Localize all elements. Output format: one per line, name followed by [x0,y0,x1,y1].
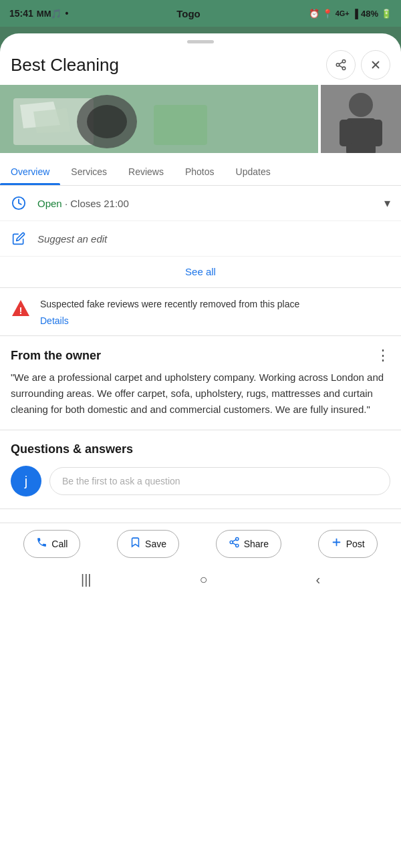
android-nav-bar: ||| ○ ‹ [0,565,401,594]
status-right: ⏰ 📍 4G+ ▐ 48% 🔋 [309,9,392,19]
svg-rect-17 [340,120,352,146]
see-all-row[interactable]: See all [0,257,401,288]
battery-icon: 🔋 [381,9,392,19]
nav-recents-icon[interactable]: ||| [81,572,92,587]
qa-section-title: Questions & answers [11,442,390,456]
warning-content: Suspected fake reviews were recently rem… [40,297,299,326]
tab-services[interactable]: Services [60,158,118,185]
owner-section-title: From the owner [11,349,101,363]
ask-question-input[interactable]: Be the first to ask a question [49,467,390,495]
hours-content: Open · Closes 21:00 [37,198,374,209]
svg-rect-18 [370,120,382,146]
alarm-icon: ⏰ [309,9,319,19]
location-icon: 📍 [322,9,333,19]
qa-section: Questions & answers j Be the first to as… [0,430,401,509]
chevron-down-icon[interactable]: ▾ [384,196,390,210]
photo-strip[interactable] [0,85,401,158]
see-all-link[interactable]: See all [185,266,216,277]
phone-icon [36,537,47,551]
more-options-button[interactable]: ⋮ [376,348,390,363]
photo-2[interactable] [321,85,401,153]
bottom-action-bar: Call Save Share [0,523,401,565]
clock-icon [11,195,27,211]
svg-line-26 [233,540,236,542]
svg-point-15 [349,93,373,117]
svg-line-4 [339,62,342,64]
location-label: Togo [176,8,200,19]
header: Best Cleaning [0,43,401,85]
nav-back-icon[interactable]: ‹ [315,572,320,587]
share-icon [229,537,240,551]
bookmark-icon [130,537,141,551]
owner-section-header: From the owner ⋮ [11,348,390,363]
tab-updates[interactable]: Updates [225,158,281,185]
status-left: 15:41 MM🎵 • [9,8,68,19]
bottom-sheet: Best Cleaning [0,33,401,868]
page-title: Best Cleaning [11,55,326,76]
svg-point-10 [87,105,127,138]
header-buttons [326,50,390,80]
warning-banner: ! Suspected fake reviews were recently r… [0,288,401,336]
from-owner-section: From the owner ⋮ "We are a professional … [0,336,401,430]
save-button[interactable]: Save [117,530,179,558]
user-avatar: j [11,466,41,496]
svg-rect-11 [154,105,207,145]
svg-line-25 [233,543,236,545]
tab-reviews[interactable]: Reviews [118,158,174,185]
ask-question-placeholder: Be the first to ask a question [62,476,180,486]
post-label: Post [346,539,365,549]
share-button[interactable] [326,50,356,80]
close-time: · Closes 21:00 [65,198,129,209]
battery-label: 48% [361,9,378,19]
call-label: Call [51,539,68,549]
spacer [0,509,401,523]
open-status: Open [37,198,62,209]
svg-marker-13 [33,108,70,133]
svg-line-3 [339,65,342,67]
hours-row[interactable]: Open · Closes 21:00 ▾ [0,186,401,221]
photo-1[interactable] [0,85,318,153]
status-bar: 15:41 MM🎵 • Togo ⏰ 📍 4G+ ▐ 48% 🔋 [0,0,401,27]
qa-input-row: j Be the first to ask a question [11,466,390,496]
warning-message: Suspected fake reviews were recently rem… [40,297,299,311]
time: 15:41 [9,8,33,19]
share-action-button[interactable]: Share [216,530,281,558]
suggest-edit-row[interactable]: Suggest an edit [0,221,401,257]
warning-triangle-icon: ! [11,299,31,320]
post-button[interactable]: Post [318,530,378,558]
carrier-icons: MM🎵 [37,9,62,19]
network-icon: 4G+ [336,9,350,17]
tab-overview[interactable]: Overview [0,158,60,185]
svg-text:!: ! [19,305,23,316]
plus-icon [331,537,342,551]
owner-quote-text: "We are a professional carpet and uphols… [11,370,390,418]
warning-details-link[interactable]: Details [40,315,299,326]
suggest-edit-label: Suggest an edit [37,233,107,245]
share-label: Share [244,539,269,549]
call-button[interactable]: Call [23,530,80,558]
tabs: Overview Services Reviews Photos Updates [0,158,401,186]
close-button[interactable] [361,50,390,80]
dot: • [65,8,68,19]
avatar-letter: j [25,474,27,489]
nav-home-icon[interactable]: ○ [199,572,207,587]
tab-photos[interactable]: Photos [174,158,225,185]
signal-icon: ▐ [352,9,358,19]
save-label: Save [145,539,166,549]
edit-icon [11,231,27,247]
